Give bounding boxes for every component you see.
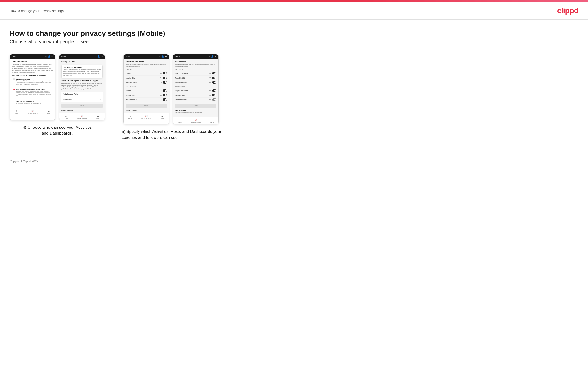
- what-to-work-coach-toggle[interactable]: [212, 81, 216, 83]
- perf-icon-4: 📈: [195, 119, 197, 121]
- profile-icon[interactable]: 👤: [48, 56, 50, 58]
- menu-activities[interactable]: Activities and Posts ›: [61, 92, 103, 97]
- dashboards-label: Dashboards: [63, 99, 72, 100]
- tooltip-text: Only you and the coaches you connect wit…: [63, 69, 101, 76]
- screen1-mockup: ‹ Back ⌕ 👤 ⚙ Privacy Controls Control ho…: [10, 54, 55, 120]
- search-icon-3[interactable]: ⌕: [159, 56, 160, 58]
- player-dash-coach-label: Player Dashboard: [175, 73, 188, 74]
- nav-menu-2[interactable]: ☰ Menu: [96, 115, 100, 119]
- screen1-nav: ‹ Back ⌕ 👤 ⚙: [10, 54, 55, 59]
- round-insights-follower-label: Round Insights: [175, 94, 185, 96]
- more-icon-4[interactable]: ⚙: [215, 56, 216, 58]
- profile-icon-4[interactable]: 👤: [211, 56, 214, 58]
- nav-home-1[interactable]: ⌂ Home: [15, 110, 18, 114]
- screen1-bottom-nav: ⌂ Home 📈 My Performance ☰ Menu: [10, 108, 55, 115]
- option-everyone[interactable]: Everyone on Clippd Everyone on Clippd ca…: [12, 77, 53, 86]
- option-only-you[interactable]: Only You and Your Coach Only you and the…: [12, 99, 53, 105]
- followers-label-3: FOLLOWERS: [126, 86, 167, 88]
- perf-icon-1: 📈: [31, 110, 34, 112]
- option-approved[interactable]: Only Approved Followers and Your Coach O…: [12, 87, 53, 98]
- more-icon[interactable]: ⚙: [52, 56, 53, 58]
- drills-follower-toggle[interactable]: [163, 94, 167, 96]
- manual-follower-toggle[interactable]: [163, 99, 167, 101]
- player-dash-follower-on: ON: [209, 90, 211, 91]
- save-btn-3[interactable]: Save: [126, 103, 167, 108]
- screen1-back[interactable]: ‹ Back: [12, 56, 17, 57]
- screen2-back[interactable]: ‹ Back: [61, 56, 66, 57]
- screen3-back[interactable]: ‹ Back: [126, 56, 130, 57]
- more-icon-3[interactable]: ⚙: [165, 56, 167, 58]
- save-btn-4[interactable]: Save: [175, 103, 216, 108]
- profile-icon-3[interactable]: 👤: [162, 56, 164, 58]
- player-dash-follower-label: Player Dashboard: [175, 90, 188, 92]
- main-content: How to change your privacy settings (Mob…: [0, 20, 588, 155]
- caption-5: 5) Specify which Activities, Posts and D…: [122, 129, 223, 141]
- save-btn-2[interactable]: Save: [61, 103, 103, 108]
- screen-pair-right: ‹ Back ⌕ 👤 ⚙ Activities and Posts Select…: [123, 54, 219, 125]
- menu-icon-4: ☰: [211, 119, 213, 121]
- breadcrumb: How to change your privacy settings: [10, 9, 64, 13]
- radio-approved: [13, 89, 15, 90]
- coaches-label-3: COACHES: [126, 69, 167, 70]
- option-approved-desc: Only approved followers and coaches you …: [16, 91, 52, 97]
- drills-follower-label: Practice Drills: [126, 94, 135, 96]
- nav-home-4[interactable]: ⌂ Home: [178, 119, 182, 123]
- manual-coach-toggle[interactable]: [163, 81, 167, 83]
- option-everyone-desc: Everyone on Clippd can search for you an…: [16, 80, 52, 85]
- profile-icon-2[interactable]: 👤: [97, 56, 100, 58]
- perf-icon-3: 📈: [145, 115, 148, 117]
- screen3-desc: Select the types of activity that you'd …: [126, 64, 167, 67]
- rounds-follower-on: ON: [160, 90, 162, 91]
- drills-coach-toggle[interactable]: [163, 77, 167, 79]
- nav-perf-1[interactable]: 📈 My Performance: [28, 110, 37, 114]
- menu-dashboards[interactable]: Dashboards ›: [61, 97, 103, 102]
- top-bar: [0, 0, 588, 2]
- drills-coach-on: ON: [160, 77, 162, 79]
- screen4-back[interactable]: ‹ Back: [175, 56, 180, 57]
- player-dash-follower-toggle[interactable]: [212, 89, 216, 92]
- nav-perf-label-1: My Performance: [28, 113, 37, 114]
- more-icon-2[interactable]: ⚙: [101, 56, 103, 58]
- rounds-coach-toggle[interactable]: [163, 72, 167, 75]
- search-icon-4[interactable]: ⌕: [209, 56, 210, 58]
- what-to-work-coach-on: ON: [209, 82, 211, 83]
- toggle-round-insights-follower: Round Insights ON: [175, 93, 216, 98]
- nav-perf-4[interactable]: 📈 My Performance: [191, 119, 200, 123]
- screen2-mockup: ‹ Back ⌕ 👤 ⚙ Privacy Controls Only You a…: [59, 54, 105, 120]
- screen1-content: Privacy Controls Control how you and you…: [10, 59, 55, 108]
- footer: Copyright Clippd 2022: [0, 155, 588, 168]
- screen3-content: Activities and Posts Select the types of…: [124, 59, 169, 113]
- search-icon-2[interactable]: ⌕: [95, 56, 96, 58]
- help-support-3: Help & Support: [126, 109, 167, 111]
- player-dash-coach-toggle[interactable]: [212, 72, 216, 75]
- nav-perf-3[interactable]: 📈 My Performance: [141, 115, 151, 119]
- logo: clippd: [557, 6, 578, 15]
- round-insights-follower-toggle[interactable]: [212, 94, 216, 96]
- toggle-manual-coach: Manual Activities ON: [126, 80, 167, 85]
- drills-follower-on: ON: [160, 94, 162, 96]
- round-insights-coach-toggle[interactable]: [212, 77, 216, 79]
- rounds-follower-label: Rounds: [126, 90, 131, 92]
- nav-menu-3[interactable]: ☰ Menu: [161, 115, 164, 119]
- option-everyone-label: Everyone on Clippd: [16, 78, 52, 80]
- screen4-icons: ⌕ 👤 ⚙: [209, 56, 216, 58]
- nav-home-label-3: Home: [129, 118, 132, 119]
- radio-everyone: [13, 78, 15, 80]
- nav-menu-1[interactable]: ☰ Menu: [47, 110, 50, 114]
- drills-coach-label: Practice Drills: [126, 77, 135, 79]
- toggle-drills-coach: Practice Drills ON: [126, 76, 167, 80]
- toggle-what-to-work-follower: What To Work On ON: [175, 98, 216, 102]
- screen4-bottom-nav: ⌂ Home 📈 My Performance ☰ Menu: [173, 117, 218, 124]
- nav-home-3[interactable]: ⌂ Home: [129, 115, 132, 119]
- nav-perf-2[interactable]: 📈 My Performance: [77, 115, 87, 119]
- screen1-icons: ⌕ 👤 ⚙: [45, 56, 53, 58]
- nav-home-label-4: Home: [178, 122, 182, 123]
- round-insights-coach-on: ON: [209, 77, 211, 79]
- caption-4: 4) Choose who can see your Activities an…: [21, 125, 93, 136]
- search-icon[interactable]: ⌕: [45, 56, 47, 58]
- what-to-work-follower-toggle[interactable]: [212, 99, 216, 101]
- nav-home-2[interactable]: ⌂ Home: [64, 115, 68, 119]
- rounds-follower-toggle[interactable]: [163, 89, 167, 92]
- nav-menu-4[interactable]: ☰ Menu: [210, 119, 214, 123]
- coaches-label-4: COACHES: [175, 69, 216, 70]
